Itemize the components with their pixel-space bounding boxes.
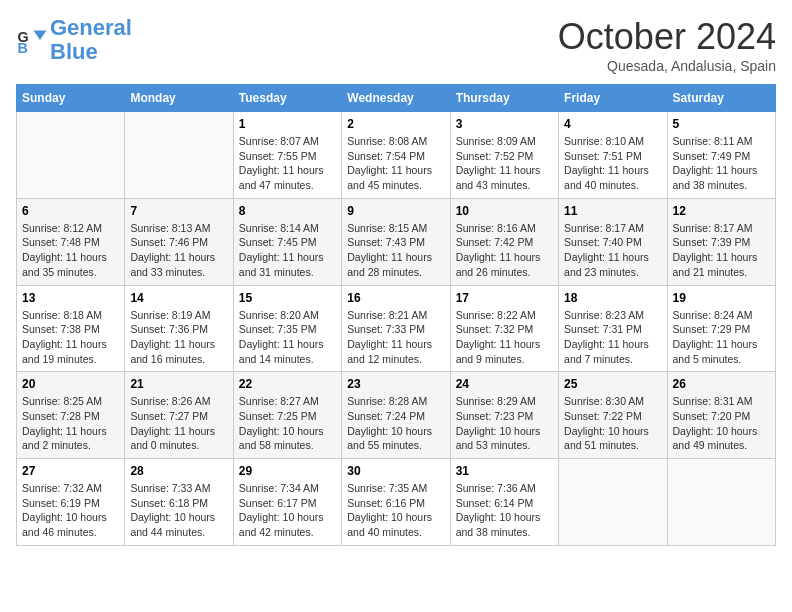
calendar-cell [667, 459, 775, 546]
header-tuesday: Tuesday [233, 85, 341, 112]
day-number: 22 [239, 377, 336, 391]
day-number: 31 [456, 464, 553, 478]
day-number: 18 [564, 291, 661, 305]
header-saturday: Saturday [667, 85, 775, 112]
header-monday: Monday [125, 85, 233, 112]
calendar-cell: 8Sunrise: 8:14 AMSunset: 7:45 PMDaylight… [233, 198, 341, 285]
calendar-cell: 1Sunrise: 8:07 AMSunset: 7:55 PMDaylight… [233, 112, 341, 199]
day-info: Sunrise: 8:17 AMSunset: 7:40 PMDaylight:… [564, 221, 661, 280]
day-info: Sunrise: 8:24 AMSunset: 7:29 PMDaylight:… [673, 308, 770, 367]
day-info: Sunrise: 8:14 AMSunset: 7:45 PMDaylight:… [239, 221, 336, 280]
day-info: Sunrise: 8:27 AMSunset: 7:25 PMDaylight:… [239, 394, 336, 453]
header-friday: Friday [559, 85, 667, 112]
calendar-cell: 5Sunrise: 8:11 AMSunset: 7:49 PMDaylight… [667, 112, 775, 199]
day-info: Sunrise: 7:35 AMSunset: 6:16 PMDaylight:… [347, 481, 444, 540]
day-info: Sunrise: 8:13 AMSunset: 7:46 PMDaylight:… [130, 221, 227, 280]
day-number: 14 [130, 291, 227, 305]
calendar-cell: 6Sunrise: 8:12 AMSunset: 7:48 PMDaylight… [17, 198, 125, 285]
calendar-cell: 23Sunrise: 8:28 AMSunset: 7:24 PMDayligh… [342, 372, 450, 459]
day-number: 16 [347, 291, 444, 305]
day-info: Sunrise: 8:17 AMSunset: 7:39 PMDaylight:… [673, 221, 770, 280]
day-info: Sunrise: 8:21 AMSunset: 7:33 PMDaylight:… [347, 308, 444, 367]
calendar-cell: 26Sunrise: 8:31 AMSunset: 7:20 PMDayligh… [667, 372, 775, 459]
calendar-cell: 24Sunrise: 8:29 AMSunset: 7:23 PMDayligh… [450, 372, 558, 459]
day-info: Sunrise: 8:08 AMSunset: 7:54 PMDaylight:… [347, 134, 444, 193]
day-number: 3 [456, 117, 553, 131]
title-block: October 2024 Quesada, Andalusia, Spain [558, 16, 776, 74]
calendar-cell: 21Sunrise: 8:26 AMSunset: 7:27 PMDayligh… [125, 372, 233, 459]
day-info: Sunrise: 8:30 AMSunset: 7:22 PMDaylight:… [564, 394, 661, 453]
calendar-cell: 18Sunrise: 8:23 AMSunset: 7:31 PMDayligh… [559, 285, 667, 372]
day-info: Sunrise: 8:18 AMSunset: 7:38 PMDaylight:… [22, 308, 119, 367]
calendar-cell: 27Sunrise: 7:32 AMSunset: 6:19 PMDayligh… [17, 459, 125, 546]
day-number: 23 [347, 377, 444, 391]
day-number: 15 [239, 291, 336, 305]
calendar-table: SundayMondayTuesdayWednesdayThursdayFrid… [16, 84, 776, 546]
calendar-week-row: 27Sunrise: 7:32 AMSunset: 6:19 PMDayligh… [17, 459, 776, 546]
day-number: 4 [564, 117, 661, 131]
day-number: 20 [22, 377, 119, 391]
day-info: Sunrise: 8:22 AMSunset: 7:32 PMDaylight:… [456, 308, 553, 367]
calendar-week-row: 1Sunrise: 8:07 AMSunset: 7:55 PMDaylight… [17, 112, 776, 199]
day-number: 27 [22, 464, 119, 478]
calendar-cell: 30Sunrise: 7:35 AMSunset: 6:16 PMDayligh… [342, 459, 450, 546]
header-sunday: Sunday [17, 85, 125, 112]
day-info: Sunrise: 8:19 AMSunset: 7:36 PMDaylight:… [130, 308, 227, 367]
day-number: 9 [347, 204, 444, 218]
day-info: Sunrise: 7:33 AMSunset: 6:18 PMDaylight:… [130, 481, 227, 540]
svg-text:B: B [18, 40, 28, 56]
logo: G B GeneralBlue [16, 16, 132, 64]
logo-icon: G B [16, 24, 48, 56]
calendar-cell: 11Sunrise: 8:17 AMSunset: 7:40 PMDayligh… [559, 198, 667, 285]
calendar-cell: 29Sunrise: 7:34 AMSunset: 6:17 PMDayligh… [233, 459, 341, 546]
day-number: 30 [347, 464, 444, 478]
calendar-cell [125, 112, 233, 199]
day-number: 21 [130, 377, 227, 391]
calendar-week-row: 13Sunrise: 8:18 AMSunset: 7:38 PMDayligh… [17, 285, 776, 372]
day-number: 1 [239, 117, 336, 131]
day-info: Sunrise: 8:29 AMSunset: 7:23 PMDaylight:… [456, 394, 553, 453]
day-number: 13 [22, 291, 119, 305]
day-number: 10 [456, 204, 553, 218]
day-info: Sunrise: 8:20 AMSunset: 7:35 PMDaylight:… [239, 308, 336, 367]
month-title: October 2024 [558, 16, 776, 58]
day-info: Sunrise: 8:10 AMSunset: 7:51 PMDaylight:… [564, 134, 661, 193]
page-header: G B GeneralBlue October 2024 Quesada, An… [16, 16, 776, 74]
calendar-cell: 3Sunrise: 8:09 AMSunset: 7:52 PMDaylight… [450, 112, 558, 199]
day-info: Sunrise: 7:34 AMSunset: 6:17 PMDaylight:… [239, 481, 336, 540]
day-number: 8 [239, 204, 336, 218]
calendar-cell: 7Sunrise: 8:13 AMSunset: 7:46 PMDaylight… [125, 198, 233, 285]
day-info: Sunrise: 8:23 AMSunset: 7:31 PMDaylight:… [564, 308, 661, 367]
day-number: 12 [673, 204, 770, 218]
calendar-week-row: 20Sunrise: 8:25 AMSunset: 7:28 PMDayligh… [17, 372, 776, 459]
day-number: 28 [130, 464, 227, 478]
calendar-cell: 22Sunrise: 8:27 AMSunset: 7:25 PMDayligh… [233, 372, 341, 459]
calendar-cell: 20Sunrise: 8:25 AMSunset: 7:28 PMDayligh… [17, 372, 125, 459]
calendar-cell: 15Sunrise: 8:20 AMSunset: 7:35 PMDayligh… [233, 285, 341, 372]
day-info: Sunrise: 8:09 AMSunset: 7:52 PMDaylight:… [456, 134, 553, 193]
day-info: Sunrise: 8:07 AMSunset: 7:55 PMDaylight:… [239, 134, 336, 193]
day-number: 2 [347, 117, 444, 131]
day-number: 25 [564, 377, 661, 391]
calendar-cell: 31Sunrise: 7:36 AMSunset: 6:14 PMDayligh… [450, 459, 558, 546]
day-number: 11 [564, 204, 661, 218]
calendar-cell [559, 459, 667, 546]
day-info: Sunrise: 8:11 AMSunset: 7:49 PMDaylight:… [673, 134, 770, 193]
day-number: 17 [456, 291, 553, 305]
day-info: Sunrise: 8:25 AMSunset: 7:28 PMDaylight:… [22, 394, 119, 453]
day-info: Sunrise: 8:16 AMSunset: 7:42 PMDaylight:… [456, 221, 553, 280]
day-number: 24 [456, 377, 553, 391]
day-number: 6 [22, 204, 119, 218]
calendar-cell: 10Sunrise: 8:16 AMSunset: 7:42 PMDayligh… [450, 198, 558, 285]
calendar-cell: 19Sunrise: 8:24 AMSunset: 7:29 PMDayligh… [667, 285, 775, 372]
header-wednesday: Wednesday [342, 85, 450, 112]
calendar-cell: 2Sunrise: 8:08 AMSunset: 7:54 PMDaylight… [342, 112, 450, 199]
calendar-cell: 28Sunrise: 7:33 AMSunset: 6:18 PMDayligh… [125, 459, 233, 546]
svg-marker-1 [34, 31, 47, 41]
day-number: 5 [673, 117, 770, 131]
day-number: 7 [130, 204, 227, 218]
calendar-cell: 9Sunrise: 8:15 AMSunset: 7:43 PMDaylight… [342, 198, 450, 285]
day-info: Sunrise: 7:36 AMSunset: 6:14 PMDaylight:… [456, 481, 553, 540]
calendar-cell: 16Sunrise: 8:21 AMSunset: 7:33 PMDayligh… [342, 285, 450, 372]
calendar-week-row: 6Sunrise: 8:12 AMSunset: 7:48 PMDaylight… [17, 198, 776, 285]
